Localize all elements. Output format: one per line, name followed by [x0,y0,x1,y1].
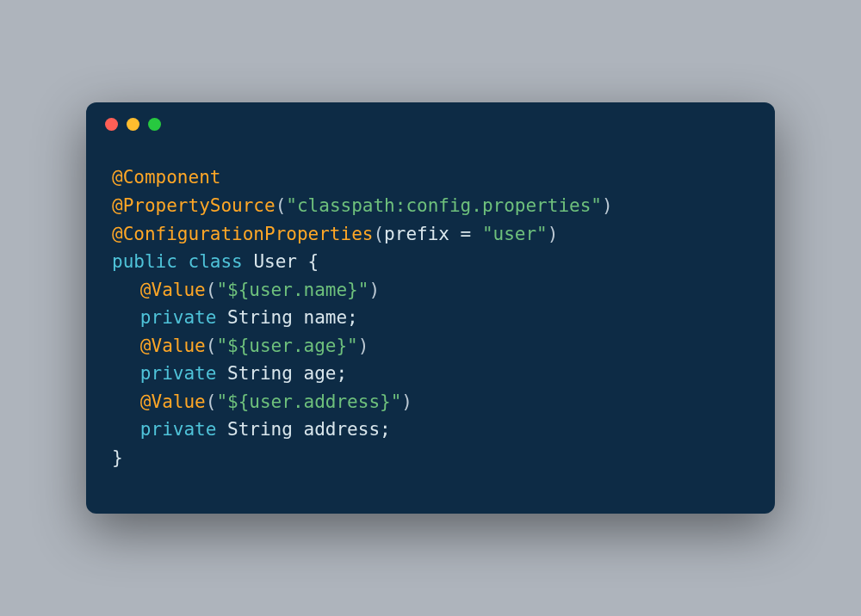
maximize-icon[interactable] [148,118,161,131]
code-token: public [112,251,189,272]
code-token: String [227,363,304,384]
code-token: ) [358,336,369,356]
code-token: name; [304,307,358,328]
code-line: @PropertySource("classpath:config.proper… [112,192,749,220]
code-token: private [140,363,227,384]
code-line: public class User { [112,248,749,276]
code-token: "${user.name}" [216,280,369,300]
code-token: "user" [482,224,548,244]
code-token: = [461,224,482,244]
code-token: private [140,307,227,328]
window-titlebar [86,102,775,139]
code-token: } [112,447,123,468]
code-line: } [112,444,749,472]
code-token: ) [548,224,559,244]
code-token: String [227,307,304,328]
code-token: age; [304,363,348,384]
code-token: "${user.address}" [216,391,401,412]
code-line: @Value("${user.address}") [112,388,749,416]
code-token: ( [206,280,217,300]
code-token: ) [602,195,613,216]
code-token: ( [206,336,217,356]
code-token: ) [401,391,412,412]
code-token: ) [369,280,380,300]
code-token: "classpath:config.properties" [286,195,602,216]
code-token: "${user.age}" [216,336,357,356]
code-token: String [227,419,304,440]
code-line: @ConfigurationProperties(prefix = "user"… [112,220,749,249]
code-token: { [308,251,319,272]
code-line: private String age; [112,360,749,388]
code-line: private String address; [112,416,749,444]
close-icon[interactable] [105,118,118,131]
code-line: @Component [112,163,749,192]
code-token: @Component [112,167,220,188]
code-block: @Component@PropertySource("classpath:con… [86,139,775,513]
code-token: User [253,251,307,272]
code-token: private [140,419,227,440]
code-token: ( [276,195,287,216]
code-token: @PropertySource [112,195,276,216]
code-token: ( [206,391,217,412]
code-token: @ConfigurationProperties [112,224,373,244]
code-token: ( [373,224,384,244]
code-token: @Value [140,280,206,300]
code-line: @Value("${user.age}") [112,332,749,360]
code-token: prefix [384,224,461,244]
code-line: private String name; [112,304,749,332]
minimize-icon[interactable] [127,118,139,131]
code-token: @Value [140,391,206,412]
code-window: @Component@PropertySource("classpath:con… [86,102,775,513]
code-line: @Value("${user.name}") [112,276,749,305]
code-token: class [189,251,254,272]
code-token: @Value [140,336,206,356]
code-token: address; [304,419,391,440]
